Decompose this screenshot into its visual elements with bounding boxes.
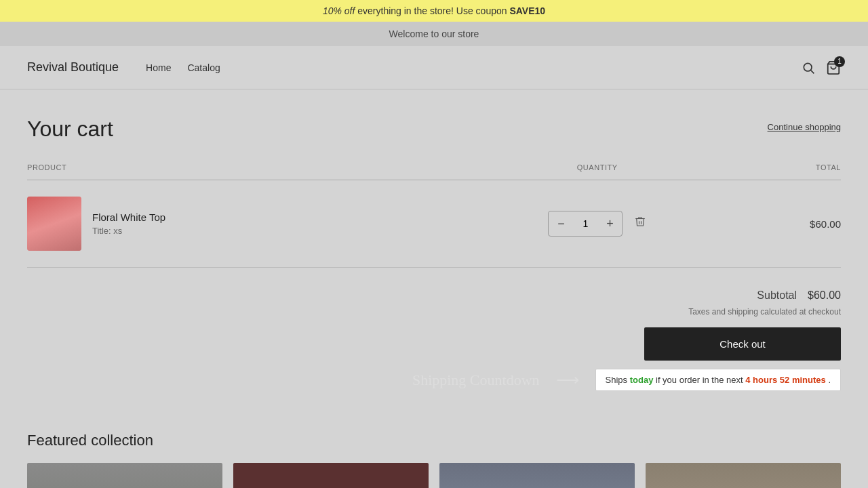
featured-card[interactable] <box>646 463 841 488</box>
header-actions: 1 <box>802 60 841 75</box>
continue-shopping-link[interactable]: Continue shopping <box>768 122 841 132</box>
product-variant: Title: xs <box>92 226 165 236</box>
store-logo[interactable]: Revival Boutique <box>27 60 119 75</box>
featured-grid <box>27 463 841 488</box>
announcement-off-text: 10% off <box>323 5 355 16</box>
cart-header-row: Your cart Continue shopping <box>27 117 841 142</box>
cart-table: Product Quantity Total Floral White Top … <box>27 158 841 268</box>
ships-time: 4 hours 52 minutes <box>745 375 825 385</box>
product-info: Floral White Top Title: xs <box>27 197 448 251</box>
subtotal-label: Subtotal <box>757 289 797 302</box>
quantity-control: − 1 + <box>548 211 623 237</box>
quantity-decrease-button[interactable]: − <box>549 211 573 236</box>
cart-wrapper: 1 <box>826 60 841 75</box>
featured-card[interactable] <box>27 463 222 488</box>
featured-card[interactable] <box>233 463 429 488</box>
cart-table-header-row: Product Quantity Total <box>27 158 841 180</box>
product-details: Floral White Top Title: xs <box>92 211 165 236</box>
ships-middle-text: if you order in the next <box>656 375 743 385</box>
col-header-quantity: Quantity <box>448 158 746 180</box>
shipping-annotation-label: Shipping Countdown <box>412 371 540 389</box>
col-header-product: Product <box>27 158 448 180</box>
ships-prefix: Ships <box>606 375 628 385</box>
subtotal-value: $60.00 <box>808 289 841 302</box>
main-content: Your cart Continue shopping Product Quan… <box>0 89 868 432</box>
announcement-rest: everything in the store! Use coupon <box>357 5 507 16</box>
cart-title: Your cart <box>27 117 113 142</box>
announcement-coupon: SAVE10 <box>509 5 545 16</box>
quantity-increase-button[interactable]: + <box>597 211 622 236</box>
annotation-arrow-icon: ⟶ <box>556 371 579 390</box>
col-header-total: Total <box>746 158 841 180</box>
shipping-countdown-area: Shipping Countdown ⟶ Ships today if you … <box>27 369 841 391</box>
checkout-button[interactable]: Check out <box>644 327 841 361</box>
product-name: Floral White Top <box>92 211 165 223</box>
announcement-bar: 10% off everything in the store! Use cou… <box>0 0 868 22</box>
svg-point-0 <box>804 63 812 71</box>
quantity-input[interactable]: 1 <box>573 218 597 229</box>
featured-section: Featured collection <box>0 432 868 488</box>
variant-value-text: xs <box>113 226 122 236</box>
variant-label: Title: <box>92 226 111 236</box>
price-cell: $60.00 <box>746 180 841 268</box>
quantity-cell: − 1 + <box>448 180 746 268</box>
featured-title: Featured collection <box>27 432 841 449</box>
remove-item-button[interactable] <box>634 216 646 230</box>
trash-icon <box>634 216 646 228</box>
product-image-inner <box>27 197 81 251</box>
featured-card[interactable] <box>439 463 635 488</box>
subtotal-section: Subtotal $60.00 Taxes and shipping calcu… <box>27 289 841 361</box>
svg-line-1 <box>811 70 814 73</box>
product-image <box>27 197 81 251</box>
table-row: Floral White Top Title: xs − 1 <box>27 180 841 268</box>
welcome-text: Welcome to our store <box>389 28 479 39</box>
search-button[interactable] <box>802 61 815 75</box>
cart-badge: 1 <box>834 56 845 67</box>
ships-today-text: today <box>630 375 654 385</box>
shipping-badge: Ships today if you order in the next 4 h… <box>595 369 841 391</box>
nav-catalog[interactable]: Catalog <box>187 62 220 73</box>
nav-home[interactable]: Home <box>146 62 171 73</box>
tax-note: Taxes and shipping calculated at checkou… <box>688 307 841 317</box>
ships-suffix: . <box>828 375 831 385</box>
main-nav: Home Catalog <box>146 62 220 73</box>
product-cell: Floral White Top Title: xs <box>27 180 448 268</box>
search-icon <box>802 61 815 75</box>
subtotal-row: Subtotal $60.00 <box>757 289 841 302</box>
header: Revival Boutique Home Catalog 1 <box>0 46 868 89</box>
welcome-bar: Welcome to our store <box>0 22 868 46</box>
